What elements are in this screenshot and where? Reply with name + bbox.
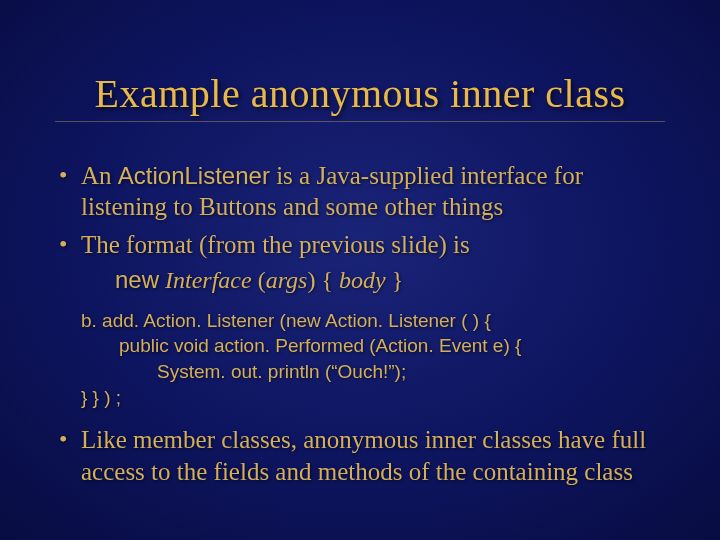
syntax-paren-close: ) {	[307, 267, 339, 293]
code-line-4: } } ) ;	[81, 385, 665, 411]
syntax-interface: Interface	[159, 267, 258, 293]
code-block: b. add. Action. Listener (new Action. Li…	[81, 308, 665, 411]
syntax-close: }	[386, 267, 404, 293]
code-line-1: b. add. Action. Listener (new Action. Li…	[81, 308, 665, 334]
code-line-3: System. out. println (“Ouch!”);	[157, 359, 665, 385]
bullet-item-1: An ActionListener is a Java-supplied int…	[55, 160, 665, 223]
slide-title: Example anonymous inner class	[55, 70, 665, 122]
bullet-1-prefix: An	[81, 162, 118, 189]
syntax-keyword-new: new	[115, 266, 159, 293]
bullet-1-code: ActionListener	[118, 162, 270, 189]
bullet-list: An ActionListener is a Java-supplied int…	[55, 160, 665, 260]
syntax-paren-open: (	[258, 267, 266, 293]
syntax-line: new Interface (args) { body }	[115, 266, 665, 294]
bullet-list-2: Like member classes, anonymous inner cla…	[55, 424, 665, 487]
syntax-body: body	[339, 267, 386, 293]
code-line-2: public void action. Performed (Action. E…	[119, 333, 665, 359]
syntax-args: args	[266, 267, 308, 293]
bullet-item-2: The format (from the previous slide) is	[55, 229, 665, 260]
bullet-item-3: Like member classes, anonymous inner cla…	[55, 424, 665, 487]
slide: Example anonymous inner class An ActionL…	[0, 0, 720, 540]
